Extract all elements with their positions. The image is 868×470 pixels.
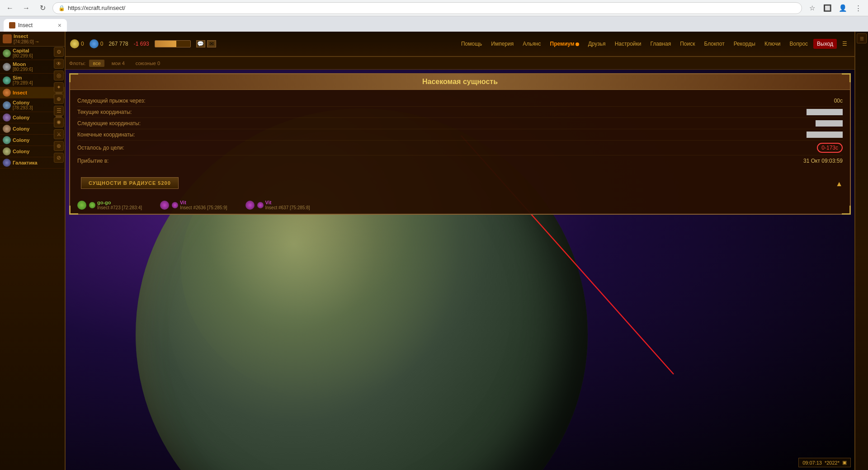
resource-water: 0 bbox=[90, 39, 104, 48]
fleet-tab-all[interactable]: все bbox=[89, 60, 104, 67]
nav-question[interactable]: Вопрос bbox=[786, 39, 812, 49]
chat-icon[interactable]: 💬 bbox=[196, 40, 205, 47]
planet-coords-colony1: [78:293:3] bbox=[13, 105, 33, 110]
entity-name-vit2: Vit bbox=[265, 200, 310, 205]
player-coords: [74:286:0] bbox=[14, 39, 33, 44]
planet-name-sim: Sim bbox=[13, 75, 33, 80]
bookmark-button[interactable]: ☆ bbox=[806, 2, 818, 14]
right-icon-1[interactable]: ☰ bbox=[857, 33, 867, 43]
fleet-bar: Флоты: все мои 4 союзные 0 bbox=[66, 57, 854, 70]
timestamp-time: 09:07:13 bbox=[802, 460, 822, 465]
browser-actions: ☆ 🔲 👤 ⋮ bbox=[806, 2, 864, 14]
planet-coords-sim: [79:289:4] bbox=[13, 80, 33, 85]
tab-close-button[interactable]: × bbox=[58, 22, 61, 29]
account-button[interactable]: 👤 bbox=[836, 2, 849, 14]
sidebar-icon-3[interactable]: ◎ bbox=[54, 70, 64, 80]
entities-row: СУЩНОСТИ В РАДИУСЕ 5200 ▲ bbox=[70, 172, 850, 196]
label-current-coords: Текущие координаты: bbox=[77, 109, 168, 115]
planet-name-moon: Moon bbox=[13, 61, 33, 67]
left-sidebar: Insect [74:286:0] → Capital [80:299:6] M… bbox=[0, 32, 66, 470]
more-button[interactable]: ⋮ bbox=[852, 2, 864, 14]
nav-menu: Помощь Империя Альянс Премиум Друзья Нас… bbox=[458, 39, 854, 49]
resource-negative: -1 693 bbox=[134, 41, 149, 47]
value-arrival: 31 Окт 09:03:59 bbox=[803, 158, 843, 164]
player-name: Insect bbox=[14, 33, 39, 39]
nav-records[interactable]: Рекорды bbox=[730, 39, 759, 49]
entity-icon-go-go bbox=[77, 201, 86, 210]
label-next-coords: Следующие координаты: bbox=[77, 120, 168, 127]
extension-button[interactable]: 🔲 bbox=[821, 2, 834, 14]
sidebar-icon-6[interactable]: ☰ bbox=[54, 106, 64, 116]
nav-help[interactable]: Помощь bbox=[458, 39, 486, 49]
nav-empire[interactable]: Империя bbox=[487, 39, 517, 49]
fleet-tab-mine[interactable]: мои 4 bbox=[108, 60, 128, 67]
entity-item-vit1: Vit Insect #2636 [75:285:9] bbox=[160, 200, 227, 210]
entity-info-vit1: Vit Insect #2636 [75:285:9] bbox=[180, 200, 227, 210]
address-bar[interactable]: 🔒 https://xcraft.ru/insect/ bbox=[52, 2, 802, 14]
scroll-up-button[interactable]: ▲ bbox=[835, 180, 843, 188]
label-final-coords: Конечные координаты: bbox=[77, 132, 168, 138]
active-tab[interactable]: Insect × bbox=[4, 19, 67, 32]
nav-exit[interactable]: Выход bbox=[813, 39, 837, 49]
nav-friends[interactable]: Друзья bbox=[585, 39, 609, 49]
back-button[interactable]: ← bbox=[4, 2, 16, 14]
panel-title: Насекомая сущность bbox=[70, 74, 850, 90]
player-arrow[interactable]: → bbox=[34, 39, 39, 44]
sidebar-icon-8[interactable]: ⚔ bbox=[54, 129, 64, 139]
planet-icon-colony1 bbox=[3, 101, 11, 109]
nav-search[interactable]: Поиск bbox=[676, 39, 698, 49]
sidebar-icon-5[interactable]: ⊕ bbox=[54, 94, 64, 104]
tab-favicon bbox=[9, 22, 15, 28]
value-final-coords-blurred bbox=[807, 132, 843, 138]
forward-button[interactable]: → bbox=[20, 2, 33, 14]
bottom-timestamp: 09:07:13 *2022* ▣ bbox=[798, 458, 851, 467]
label-arrival: Прибытие в: bbox=[77, 158, 168, 164]
sidebar-icon-2[interactable]: 👁 bbox=[54, 59, 64, 69]
sidebar-icon-1[interactable]: ⚙ bbox=[54, 47, 64, 57]
player-info[interactable]: Insect [74:286:0] → bbox=[0, 32, 65, 47]
main-content: Насекомая сущность Следующий прыжок чере… bbox=[66, 70, 854, 218]
lock-icon: 🔒 bbox=[58, 5, 65, 11]
reload-button[interactable]: ↻ bbox=[36, 2, 49, 14]
nav-premium[interactable]: Премиум bbox=[547, 39, 583, 49]
entity-item-go-go: go-go Insect #723 [72:283:4] bbox=[77, 200, 142, 210]
right-sidebar-icons: ☰ bbox=[855, 32, 868, 45]
entities-list: go-go Insect #723 [72:283:4] Vit Insect … bbox=[70, 196, 850, 214]
resource-bar-display bbox=[155, 40, 191, 47]
entity-info-vit2: Vit Insect #637 [75:285:8] bbox=[265, 200, 310, 210]
value-current-coords-blurred bbox=[807, 109, 843, 115]
fleet-tab-allied[interactable]: союзные 0 bbox=[132, 60, 164, 67]
nav-alliance[interactable]: Альянс bbox=[519, 39, 544, 49]
planet-coords-capital: [80:299:6] bbox=[13, 53, 33, 58]
nav-blockpost[interactable]: Блокпот bbox=[700, 39, 728, 49]
mail-icon[interactable]: ✉ bbox=[207, 40, 216, 47]
nav-main[interactable]: Главная bbox=[646, 39, 675, 49]
nav-more[interactable]: ☰ bbox=[839, 39, 851, 49]
planet-icon-sim bbox=[3, 76, 11, 85]
nav-settings[interactable]: Настройки bbox=[611, 39, 645, 49]
entity-subicon-go-go bbox=[89, 202, 95, 208]
info-row-arrival: Прибытие в: 31 Окт 09:03:59 bbox=[77, 155, 843, 166]
entity-item-vit2: Vit Insect #637 [75:285:8] bbox=[245, 200, 310, 210]
entity-location-vit2: Insect #637 [75:285:8] bbox=[265, 205, 310, 210]
timestamp-year: *2022* bbox=[825, 460, 840, 465]
planet-name-colony3: Colony bbox=[13, 126, 29, 132]
sidebar-icon-4[interactable]: ✦ bbox=[54, 82, 64, 92]
entity-location-go-go: Insect #723 [72:283:4] bbox=[97, 205, 142, 210]
planet-name-insect: Insect bbox=[13, 90, 27, 95]
entity-subicon-vit1 bbox=[172, 202, 178, 208]
game-container: Insect [74:286:0] → Capital [80:299:6] M… bbox=[0, 32, 868, 470]
nav-keys[interactable]: Ключи bbox=[761, 39, 784, 49]
sidebar-icon-10[interactable]: ⊘ bbox=[54, 153, 64, 163]
entity-icon-vit2 bbox=[245, 201, 255, 210]
sidebar-icon-7[interactable]: ✺ bbox=[54, 118, 64, 127]
entity-info-go-go: go-go Insect #723 [72:283:4] bbox=[97, 200, 142, 210]
value-next-jump: 00с bbox=[834, 98, 843, 104]
sidebar-icon-9[interactable]: ⊛ bbox=[54, 141, 64, 151]
timestamp-icon[interactable]: ▣ bbox=[842, 460, 847, 465]
negative-value: -1 693 bbox=[134, 41, 149, 47]
info-row-current-coords: Текущие координаты: bbox=[77, 107, 843, 118]
entities-button[interactable]: СУЩНОСТИ В РАДИУСЕ 5200 bbox=[81, 177, 179, 189]
water-icon bbox=[90, 39, 99, 48]
planet-icon-galaxy bbox=[3, 159, 11, 167]
